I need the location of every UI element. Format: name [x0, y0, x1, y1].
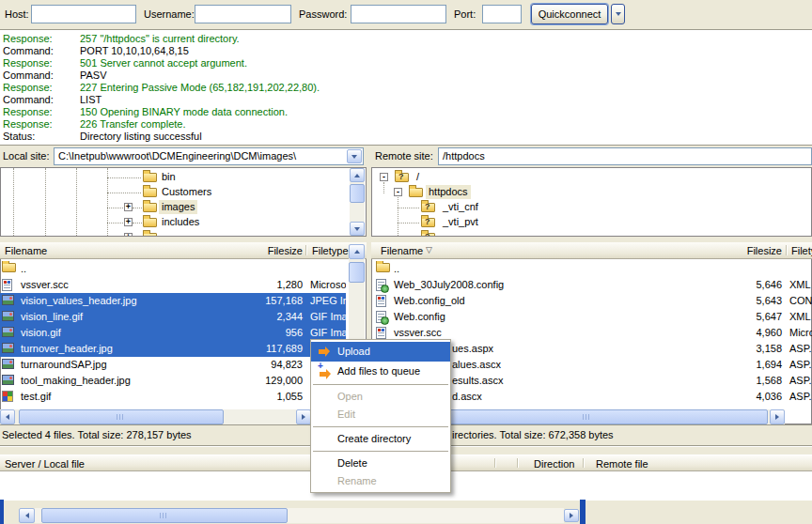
file-size: 4,960 [716, 325, 782, 341]
file-name: test.gif [21, 389, 51, 405]
menu-item-create-directory[interactable]: Create directory [311, 430, 450, 448]
tree-item-httpdocs[interactable]: httpdocs [426, 185, 471, 199]
scroll-right-button[interactable] [770, 409, 785, 424]
file-type: ASP.N [789, 341, 812, 357]
tree-connector [133, 208, 142, 208]
quickconnect-toolbar: Host: Username: Password: Port: Quickcon… [0, 0, 812, 29]
tree-item-images[interactable]: images [159, 200, 197, 214]
local-column-filetype[interactable]: Filetype [312, 245, 349, 256]
queue-hscrollbar[interactable] [19, 508, 579, 523]
file-row-vision_line.gif[interactable]: vision_line.gif2,344GIF Ima [0, 309, 346, 325]
xml-config-icon [376, 311, 386, 323]
scroll-down-button[interactable] [350, 222, 365, 236]
file-row-Web.config[interactable]: Web.config5,647XML C [375, 309, 812, 325]
file-row-Web_30July2008.config[interactable]: Web_30July2008.config5,646XML C [375, 277, 812, 293]
file-row-vision_values_header.jpg[interactable]: vision_values_header.jpg157,168JPEG Im [0, 293, 346, 309]
local-site-combobox[interactable]: C:\Inetpub\wwwroot\DCMEngineering\DCM\im… [54, 147, 364, 165]
quickconnect-button[interactable]: Quickconnect [531, 4, 608, 24]
tree-expand-toggle[interactable]: - [380, 173, 388, 181]
tree-item-partial[interactable] [159, 230, 164, 237]
folder-icon [2, 263, 16, 272]
queue-column-remote-file[interactable]: Remote file [596, 458, 648, 470]
local-column-filename[interactable]: Filename [5, 245, 47, 256]
file-row-..[interactable]: .. [0, 261, 346, 277]
username-input[interactable] [195, 5, 291, 23]
file-size: 5,643 [716, 293, 782, 309]
tree-expand-toggle[interactable]: - [394, 188, 402, 196]
tree-indent-guide [383, 182, 384, 193]
tree-expand-toggle[interactable]: + [124, 233, 133, 237]
file-row-turnover_header.jpg[interactable]: turnover_header.jpg117,689 [0, 341, 346, 357]
file-name: vssver.scc [21, 277, 69, 293]
tree-item-Customers[interactable]: Customers [159, 185, 214, 199]
log-line: Command:LIST [0, 94, 812, 106]
queue-column-server-local-file[interactable]: Server / Local file [5, 458, 85, 470]
scrollbar-thumb[interactable] [349, 262, 365, 283]
remote-site-path: /httpdocs [443, 150, 485, 162]
password-input[interactable] [351, 5, 446, 23]
file-row-vision.gif[interactable]: vision.gif956GIF Ima [0, 325, 346, 341]
queue-right-edge-bar [580, 500, 586, 524]
quickconnect-dropdown-button[interactable] [611, 4, 625, 24]
file-size: 129,000 [237, 373, 303, 389]
port-input[interactable] [482, 5, 522, 23]
file-size: 1,280 [237, 277, 303, 293]
log-line-label: Status: [3, 131, 35, 142]
log-line-label: Command: [3, 45, 54, 56]
file-name: Web.config_old [394, 293, 465, 309]
menu-separator [313, 451, 448, 452]
arrow-right-icon [570, 513, 573, 518]
remote-column-filename[interactable]: Filename [381, 245, 423, 256]
scrollbar-thumb[interactable] [41, 508, 288, 523]
menu-item-add-files-to-queue[interactable]: Add files to queue+ [311, 362, 450, 381]
image-file-icon [2, 343, 14, 353]
image-file-icon [2, 327, 14, 337]
file-row-vssver.scc[interactable]: vssver.scc1,280Microso [0, 277, 346, 293]
file-row-turnaroundSAP.jpg[interactable]: turnaroundSAP.jpg94,823 [0, 357, 346, 373]
scroll-up-button[interactable] [349, 244, 365, 259]
tree-expand-toggle[interactable]: + [124, 203, 133, 211]
tree-connector [398, 223, 419, 223]
tree-item-_vti_cnf[interactable]: _vti_cnf [440, 200, 481, 214]
tree-item-bin[interactable]: bin [159, 170, 179, 184]
scrollbar-thumb[interactable] [406, 409, 768, 424]
scrollbar-thumb[interactable] [19, 409, 224, 424]
local-site-dropdown-button[interactable] [347, 149, 362, 163]
arrow-left-icon [25, 513, 29, 518]
file-row-test.gif[interactable]: test.gif1,055 [0, 389, 346, 405]
scroll-up-button[interactable] [350, 168, 365, 182]
menu-item-rename[interactable]: Rename [311, 472, 450, 490]
scroll-right-button[interactable] [564, 509, 579, 522]
local-tree-scrollbar[interactable] [350, 168, 365, 236]
file-name: tool_making_header.jpg [21, 373, 131, 389]
local-list-hscrollbar[interactable] [0, 409, 311, 424]
file-row-tool_making_header.jpg[interactable]: tool_making_header.jpg129,000 [0, 373, 346, 389]
file-row-..[interactable]: .. [375, 261, 812, 277]
arrow-right-icon [775, 414, 779, 420]
tree-item-partial[interactable] [440, 230, 445, 237]
remote-column-filesize[interactable]: Filesize [697, 245, 782, 256]
scroll-right-button[interactable] [296, 409, 311, 424]
file-type: ASP.N [789, 373, 812, 389]
tree-item-/[interactable]: / [414, 170, 422, 184]
scrollbar-thumb[interactable] [350, 184, 365, 203]
tree-connector [107, 208, 123, 208]
tree-item-includes[interactable]: includes [159, 215, 202, 229]
file-row-Web.config_old[interactable]: Web.config_old5,643CONF [375, 293, 812, 309]
log-line-text: 501 Server cannot accept argument. [80, 57, 247, 69]
file-size: 5,647 [716, 309, 782, 325]
file-name: vision_values_header.jpg [21, 293, 137, 309]
local-column-filesize[interactable]: Filesize [218, 245, 303, 256]
tree-expand-toggle[interactable]: + [124, 218, 133, 226]
menu-item-open[interactable]: Open [311, 388, 450, 406]
host-input[interactable] [31, 5, 136, 23]
menu-item-delete[interactable]: Delete [311, 455, 450, 472]
scroll-left-button[interactable] [19, 508, 35, 523]
remote-site-combobox[interactable]: /httpdocs [438, 147, 812, 165]
menu-item-edit[interactable]: Edit [311, 406, 450, 424]
scroll-left-button[interactable] [0, 409, 15, 424]
remote-column-filetype[interactable]: Filetype [791, 245, 812, 256]
queue-column-direction[interactable]: Direction [534, 458, 574, 470]
tree-item-_vti_pvt[interactable]: _vti_pvt [440, 215, 481, 229]
menu-item-upload[interactable]: Upload [311, 342, 450, 362]
